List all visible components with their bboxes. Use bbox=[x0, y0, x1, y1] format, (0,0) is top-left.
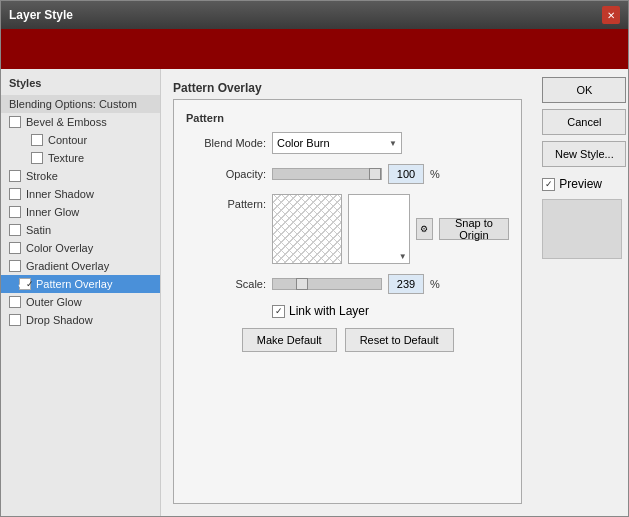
inner-glow-checkbox[interactable] bbox=[9, 206, 21, 218]
stroke-checkbox[interactable] bbox=[9, 170, 21, 182]
ok-button[interactable]: OK bbox=[542, 77, 626, 103]
color-overlay-checkbox[interactable] bbox=[9, 242, 21, 254]
opacity-label: Opacity: bbox=[186, 168, 266, 180]
opacity-slider[interactable] bbox=[272, 168, 382, 180]
pattern-overlay-checkbox[interactable]: ✓ bbox=[19, 278, 31, 290]
blend-mode-label: Blend Mode: bbox=[186, 137, 266, 149]
title-bar: Layer Style ✕ bbox=[1, 1, 628, 29]
preview-section: Preview bbox=[542, 177, 626, 259]
blend-mode-value: Color Burn bbox=[277, 137, 330, 149]
link-with-layer-checkbox[interactable] bbox=[272, 305, 285, 318]
sidebar-item-contour[interactable]: Contour bbox=[1, 131, 160, 149]
dialog-title: Layer Style bbox=[9, 8, 73, 22]
blend-mode-dropdown[interactable]: Color Burn ▼ bbox=[272, 132, 402, 154]
blending-options-item[interactable]: Blending Options: Custom bbox=[1, 95, 160, 113]
opacity-row: Opacity: % bbox=[186, 164, 509, 184]
pattern-preview bbox=[272, 194, 342, 264]
pattern-area: ▼ ⚙ Snap to Origin bbox=[272, 194, 509, 264]
scale-input[interactable] bbox=[388, 274, 424, 294]
sidebar-item-bevel-emboss[interactable]: Bevel & Emboss bbox=[1, 113, 160, 131]
panel-title: Pattern Overlay bbox=[173, 81, 522, 95]
pattern-overlay-label: Pattern Overlay bbox=[36, 278, 112, 290]
color-overlay-label: Color Overlay bbox=[26, 242, 93, 254]
scale-row: Scale: % bbox=[186, 274, 509, 294]
inner-shadow-checkbox[interactable] bbox=[9, 188, 21, 200]
bevel-emboss-label: Bevel & Emboss bbox=[26, 116, 107, 128]
sidebar-item-inner-shadow[interactable]: Inner Shadow bbox=[1, 185, 160, 203]
satin-checkbox[interactable] bbox=[9, 224, 21, 236]
preview-box bbox=[542, 199, 622, 259]
snap-to-origin-button[interactable]: Snap to Origin bbox=[439, 218, 510, 240]
outer-glow-checkbox[interactable] bbox=[9, 296, 21, 308]
scale-percent: % bbox=[430, 278, 440, 290]
sidebar-item-gradient-overlay[interactable]: Gradient Overlay bbox=[1, 257, 160, 275]
gradient-overlay-label: Gradient Overlay bbox=[26, 260, 109, 272]
opacity-percent: % bbox=[430, 168, 440, 180]
sidebar-item-texture[interactable]: Texture bbox=[1, 149, 160, 167]
section-title: Pattern bbox=[186, 112, 509, 124]
link-with-layer-row: Link with Layer bbox=[272, 304, 509, 318]
bevel-emboss-checkbox[interactable] bbox=[9, 116, 21, 128]
bottom-buttons: Make Default Reset to Default bbox=[186, 328, 509, 352]
contour-label: Contour bbox=[48, 134, 87, 146]
sidebar-item-drop-shadow[interactable]: Drop Shadow bbox=[1, 311, 160, 329]
pattern-dropdown[interactable]: ▼ bbox=[348, 194, 410, 264]
pattern-settings-box: Pattern Blend Mode: Color Burn ▼ Opacity… bbox=[173, 99, 522, 504]
inner-shadow-label: Inner Shadow bbox=[26, 188, 94, 200]
sidebar-item-color-overlay[interactable]: Color Overlay bbox=[1, 239, 160, 257]
gradient-overlay-checkbox[interactable] bbox=[9, 260, 21, 272]
scale-label: Scale: bbox=[186, 278, 266, 290]
satin-label: Satin bbox=[26, 224, 51, 236]
pattern-row: Pattern: ▼ ⚙ Snap to Origin bbox=[186, 194, 509, 264]
chevron-down-icon: ▼ bbox=[389, 139, 397, 148]
top-decorative-bar bbox=[1, 29, 628, 69]
link-with-layer-label: Link with Layer bbox=[289, 304, 369, 318]
sidebar-item-inner-glow[interactable]: Inner Glow bbox=[1, 203, 160, 221]
center-panel: Pattern Overlay Pattern Blend Mode: Colo… bbox=[161, 69, 534, 516]
drop-shadow-checkbox[interactable] bbox=[9, 314, 21, 326]
left-panel: Styles Blending Options: Custom Bevel & … bbox=[1, 69, 161, 516]
pattern-options-icon: ⚙ bbox=[420, 224, 428, 234]
preview-checkbox-row: Preview bbox=[542, 177, 626, 191]
opacity-slider-container: % bbox=[272, 164, 440, 184]
sidebar-item-outer-glow[interactable]: Outer Glow bbox=[1, 293, 160, 311]
close-button[interactable]: ✕ bbox=[602, 6, 620, 24]
opacity-input[interactable] bbox=[388, 164, 424, 184]
stroke-label: Stroke bbox=[26, 170, 58, 182]
pattern-options-button[interactable]: ⚙ bbox=[416, 218, 433, 240]
reset-to-default-button[interactable]: Reset to Default bbox=[345, 328, 454, 352]
preview-checkbox[interactable] bbox=[542, 178, 555, 191]
scale-slider-container: % bbox=[272, 274, 440, 294]
texture-checkbox[interactable] bbox=[31, 152, 43, 164]
layer-style-dialog: Layer Style ✕ Styles Blending Options: C… bbox=[0, 0, 629, 517]
right-panel: OK Cancel New Style... Preview bbox=[534, 69, 628, 516]
inner-glow-label: Inner Glow bbox=[26, 206, 79, 218]
pattern-label: Pattern: bbox=[186, 194, 266, 210]
outer-glow-label: Outer Glow bbox=[26, 296, 82, 308]
contour-checkbox[interactable] bbox=[31, 134, 43, 146]
main-content: Styles Blending Options: Custom Bevel & … bbox=[1, 69, 628, 516]
drop-shadow-label: Drop Shadow bbox=[26, 314, 93, 326]
cancel-button[interactable]: Cancel bbox=[542, 109, 626, 135]
pattern-chevron-icon: ▼ bbox=[399, 252, 407, 261]
styles-label: Styles bbox=[1, 75, 160, 95]
scale-slider[interactable] bbox=[272, 278, 382, 290]
preview-label: Preview bbox=[559, 177, 602, 191]
blend-mode-row: Blend Mode: Color Burn ▼ bbox=[186, 132, 509, 154]
sidebar-item-pattern-overlay[interactable]: ✓ Pattern Overlay bbox=[1, 275, 160, 293]
sidebar-item-satin[interactable]: Satin bbox=[1, 221, 160, 239]
texture-label: Texture bbox=[48, 152, 84, 164]
sidebar-item-stroke[interactable]: Stroke bbox=[1, 167, 160, 185]
make-default-button[interactable]: Make Default bbox=[242, 328, 337, 352]
new-style-button[interactable]: New Style... bbox=[542, 141, 626, 167]
